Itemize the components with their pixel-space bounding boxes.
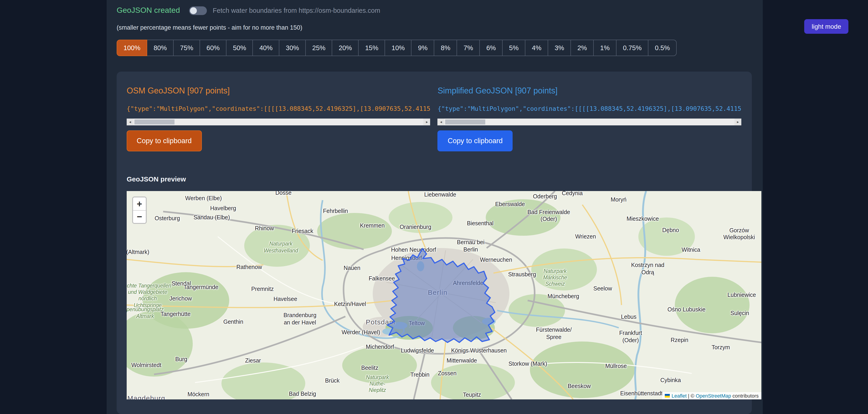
leaflet-link[interactable]: Leaflet [672, 393, 687, 398]
percent-option-20[interactable]: 20% [332, 40, 359, 56]
map-label: üchte Tangerquellen und Waldgebiete nörd… [127, 282, 171, 308]
percentage-hint: (smaller percentage means fewer points -… [117, 24, 752, 31]
percent-option-75[interactable]: 75% [173, 40, 200, 56]
map-labels: DosseCedyniaLiebenwaldeOderbergWerben (E… [127, 191, 762, 400]
map-label: Berlin [428, 289, 447, 297]
percent-option-3[interactable]: 3% [548, 40, 571, 56]
content-column: GeoJSON created Fetch water boundaries f… [106, 0, 763, 414]
map-label: Wolmirstedt [131, 362, 161, 369]
percent-option-8[interactable]: 8% [434, 40, 457, 56]
scrollbar-track[interactable] [133, 119, 424, 125]
percent-option-10[interactable]: 10% [385, 40, 412, 56]
percent-option-4[interactable]: 4% [525, 40, 548, 56]
map-label: Beelitz [361, 365, 378, 372]
percent-option-7[interactable]: 7% [457, 40, 480, 56]
percent-option-60[interactable]: 60% [199, 40, 226, 56]
light-mode-button[interactable]: light mode [804, 19, 848, 34]
map-label: Zossen [438, 371, 457, 378]
map-label: Teupitz [463, 392, 481, 399]
percent-option-9[interactable]: 9% [411, 40, 434, 56]
simplified-json-scrollbar[interactable]: ◄ ► [438, 119, 741, 125]
map-label: Dębno [662, 227, 679, 234]
water-boundaries-toggle-label: Fetch water boundaries from https://osm-… [213, 7, 380, 14]
percent-option-50[interactable]: 50% [226, 40, 253, 56]
percent-option-6[interactable]: 6% [479, 40, 503, 56]
map-label: Fehrbellin [323, 208, 348, 215]
map-label: Kremmen [360, 223, 384, 230]
scrollbar-track[interactable] [444, 119, 735, 125]
percent-option-1[interactable]: 1% [593, 40, 617, 56]
scrollbar-thumb[interactable] [445, 119, 486, 124]
map-label: Beeskow [568, 383, 591, 390]
map-label: Ludwigsfelde [401, 348, 434, 355]
percent-option-5[interactable]: 5% [502, 40, 526, 56]
map-label: Seelow [593, 286, 612, 293]
map-label: Oderberg [533, 194, 557, 201]
map-label: Werben (Elbe) [185, 195, 222, 202]
percent-option-0_75[interactable]: 0.75% [616, 40, 648, 56]
leaflet-map[interactable]: DosseCedyniaLiebenwaldeOderbergWerben (E… [127, 191, 762, 400]
map-label: Cybinka [660, 377, 681, 384]
percent-option-100[interactable]: 100% [117, 40, 147, 56]
map-label: Witnica [682, 247, 700, 254]
map-label: Gorzów Wielkopolski [723, 227, 755, 241]
zoom-out-button[interactable]: − [133, 210, 146, 223]
map-label: Kostrzyn nad Odrą [631, 262, 664, 276]
geojson-card: OSM GeoJSON [907 points] {"type":"MultiP… [117, 71, 752, 414]
map-label: Sulęcin [731, 310, 749, 317]
map-label: Oranienburg [400, 224, 431, 231]
map-label: Eisenhüttenstadt [620, 390, 662, 397]
map-label: Bad Belzig [289, 391, 316, 398]
zoom-in-button[interactable]: + [133, 198, 146, 210]
water-boundaries-toggle[interactable] [189, 6, 207, 15]
map-label: Torzym [712, 345, 730, 352]
map-label: Dosse [275, 191, 291, 197]
map-label: Lebus [621, 314, 637, 321]
map-label: Rzepin [671, 337, 688, 344]
map-label: Frankfurt (Oder) [619, 330, 642, 344]
scroll-right-arrow[interactable]: ► [735, 119, 741, 125]
openstreetmap-link[interactable]: OpenStreetMap [696, 393, 731, 398]
copy-simplified-geojson-button[interactable]: Copy to clipboard [438, 130, 513, 151]
map-label: Mieszkowice [626, 216, 659, 223]
map-label: Naturpark Nuthe- Nieplitz [366, 374, 389, 393]
scrollbar-thumb[interactable] [134, 119, 175, 124]
osm-json-scrollbar[interactable]: ◄ ► [127, 119, 430, 125]
percent-option-30[interactable]: 30% [279, 40, 306, 56]
scroll-left-arrow[interactable]: ◄ [438, 119, 444, 125]
map-label: ark (Altmark) [127, 249, 149, 256]
map-label: Rathenow [236, 264, 262, 271]
map-label: Tangerhütte [160, 311, 190, 318]
map-label: Tangermünde [183, 284, 218, 291]
map-zoom-control: + − [132, 197, 147, 224]
map-label: Brandenburg an der Havel [283, 312, 316, 326]
toggle-knob [190, 7, 197, 14]
map-attribution: Leaflet | © OpenStreetMap contributors [662, 392, 762, 400]
percent-option-2[interactable]: 2% [570, 40, 594, 56]
map-label: Brück [325, 378, 340, 385]
percent-option-25[interactable]: 25% [306, 40, 332, 56]
map-label: Jerichow [169, 296, 192, 303]
copy-osm-geojson-button[interactable]: Copy to clipboard [127, 130, 202, 151]
percent-option-40[interactable]: 40% [252, 40, 279, 56]
percent-option-80[interactable]: 80% [147, 40, 174, 56]
map-label: Moryń [611, 197, 626, 204]
map-label: Hohen Neuendorf [391, 247, 436, 254]
geojson-panels: OSM GeoJSON [907 points] {"type":"MultiP… [127, 86, 741, 151]
map-label: penübungsplatz Altmark [127, 306, 163, 320]
map-label: Havelberg [210, 205, 236, 212]
percent-option-15[interactable]: 15% [359, 40, 385, 56]
simplified-panel-title: Simplified GeoJSON [907 points] [438, 86, 741, 96]
map-label: Cedynia [562, 191, 583, 198]
top-section: GeoJSON created Fetch water boundaries f… [106, 0, 763, 414]
attribution-suffix: contributors [733, 393, 758, 398]
map-label: Biesenthal [467, 220, 493, 227]
map-label: Mittenwalde [446, 357, 477, 364]
map-label: Premnitz [251, 286, 274, 293]
map-label: Osterburg [155, 215, 180, 222]
map-label: Sandau (Elbe) [193, 214, 230, 221]
scroll-left-arrow[interactable]: ◄ [127, 119, 133, 125]
scroll-right-arrow[interactable]: ► [424, 119, 430, 125]
percent-option-0_5[interactable]: 0.5% [648, 40, 677, 56]
attribution-copyright: © [691, 393, 694, 398]
